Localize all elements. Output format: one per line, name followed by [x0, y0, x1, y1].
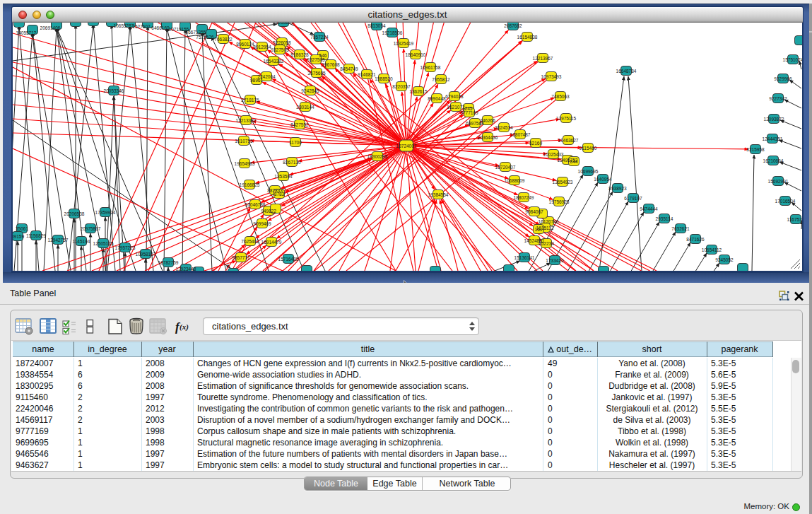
svg-text:12093872: 12093872 — [764, 117, 784, 122]
svg-text:62160: 62160 — [529, 141, 542, 146]
svg-text:8783: 8783 — [274, 192, 285, 197]
svg-text:252234: 252234 — [539, 241, 554, 246]
svg-text:15720407: 15720407 — [495, 165, 516, 170]
svg-text:(x): (x) — [180, 322, 189, 332]
svg-text:15716485: 15716485 — [278, 257, 299, 262]
svg-text:2967608: 2967608 — [322, 62, 340, 67]
svg-text:16543382: 16543382 — [264, 59, 284, 64]
svg-text:19384554: 19384554 — [428, 192, 449, 197]
svg-text:2803144: 2803144 — [296, 105, 314, 110]
svg-text:10463627: 10463627 — [558, 138, 579, 143]
svg-text:19218506: 19218506 — [382, 30, 403, 35]
svg-text:6794028: 6794028 — [445, 94, 464, 99]
svg-text:8215958: 8215958 — [746, 147, 765, 152]
svg-text:10688609: 10688609 — [505, 178, 525, 183]
svg-text:12444151: 12444151 — [763, 136, 783, 141]
svg-text:10807487: 10807487 — [510, 132, 531, 137]
svg-text:15751074: 15751074 — [783, 57, 802, 62]
svg-text:10699695: 10699695 — [578, 169, 599, 174]
svg-text:15136141: 15136141 — [514, 255, 535, 260]
svg-text:7515526: 7515526 — [196, 35, 214, 40]
svg-text:35061: 35061 — [16, 226, 28, 231]
svg-text:8220357: 8220357 — [392, 84, 411, 89]
svg-text:10025433: 10025433 — [543, 152, 564, 157]
svg-text:18300295: 18300295 — [367, 154, 388, 159]
svg-text:5226058: 5226058 — [273, 40, 291, 45]
svg-text:16210664: 16210664 — [763, 158, 784, 163]
svg-text:2718176: 2718176 — [241, 98, 259, 103]
svg-text:20206538: 20206538 — [64, 211, 85, 216]
svg-text:9146821: 9146821 — [358, 72, 376, 77]
svg-text:3624534: 3624534 — [495, 125, 513, 130]
svg-text:17957223: 17957223 — [115, 245, 136, 250]
svg-text:9242845: 9242845 — [301, 88, 319, 93]
svg-text:12213382: 12213382 — [236, 118, 257, 123]
svg-text:8454749: 8454749 — [340, 66, 358, 71]
svg-text:10973493: 10973493 — [541, 74, 562, 79]
svg-text:16033809: 16033809 — [273, 23, 294, 25]
svg-text:7857224: 7857224 — [310, 35, 329, 40]
svg-text:1621072: 1621072 — [447, 105, 465, 110]
svg-text:9227342: 9227342 — [769, 96, 787, 101]
svg-text:8427552: 8427552 — [290, 122, 309, 127]
svg-text:18724007: 18724007 — [396, 144, 417, 148]
svg-text:161: 161 — [535, 227, 543, 232]
svg-text:16154838: 16154838 — [517, 35, 538, 40]
svg-text:3675685: 3675685 — [307, 71, 326, 76]
svg-text:6897568: 6897568 — [466, 121, 484, 126]
svg-text:12213967: 12213967 — [533, 56, 553, 61]
svg-text:1733426: 1733426 — [546, 258, 564, 263]
svg-text:844: 844 — [570, 159, 578, 164]
svg-text:9327505: 9327505 — [307, 57, 325, 62]
svg-text:16914479: 16914479 — [261, 240, 282, 245]
svg-text:39159: 39159 — [13, 234, 24, 239]
svg-text:8267130: 8267130 — [283, 160, 301, 165]
svg-text:18807249: 18807249 — [514, 195, 534, 200]
svg-text:1527602: 1527602 — [132, 24, 151, 29]
svg-text:9329966: 9329966 — [774, 76, 792, 81]
svg-text:1588520: 1588520 — [375, 76, 393, 81]
svg-text:1640954: 1640954 — [594, 177, 612, 182]
svg-text:8938923: 8938923 — [608, 186, 627, 191]
svg-text:18640910: 18640910 — [406, 52, 426, 57]
svg-text:10654112: 10654112 — [702, 247, 722, 252]
svg-text:20053346: 20053346 — [104, 88, 124, 93]
svg-text:12942757: 12942757 — [48, 238, 69, 243]
svg-text:1010755: 1010755 — [235, 139, 253, 144]
svg-text:13654923: 13654923 — [553, 180, 573, 185]
svg-text:1362615: 1362615 — [409, 89, 428, 94]
svg-text:16648784: 16648784 — [616, 69, 637, 74]
svg-text:20364436: 20364436 — [478, 135, 498, 140]
svg-text:17359924: 17359924 — [95, 210, 116, 215]
svg-text:8990448: 8990448 — [428, 96, 446, 101]
svg-text:16782759: 16782759 — [158, 260, 179, 265]
svg-text:949822: 949822 — [261, 209, 276, 214]
svg-text:1167533: 1167533 — [787, 217, 802, 222]
svg-text:7632621: 7632621 — [671, 226, 690, 231]
svg-text:19756928: 19756928 — [549, 199, 570, 204]
svg-text:14055712: 14055712 — [16, 30, 37, 35]
svg-text:20975867: 20975867 — [81, 226, 101, 231]
svg-text:9099469: 9099469 — [253, 221, 271, 226]
svg-text:19166825: 19166825 — [240, 182, 260, 187]
svg-text:9474444: 9474444 — [640, 206, 658, 211]
svg-text:9084067: 9084067 — [525, 209, 543, 214]
svg-text:11156829: 11156829 — [26, 233, 46, 238]
svg-text:10653287: 10653287 — [114, 23, 134, 28]
svg-text:12975115: 12975115 — [556, 116, 577, 121]
svg-text:98961: 98961 — [250, 78, 263, 83]
svg-text:6466160: 6466160 — [151, 25, 170, 30]
svg-text:9115460: 9115460 — [579, 146, 597, 151]
svg-text:12923448: 12923448 — [176, 267, 196, 271]
svg-text:1353594: 1353594 — [274, 174, 293, 179]
svg-text:9857771: 9857771 — [232, 255, 250, 260]
svg-text:9777169: 9777169 — [460, 110, 478, 115]
svg-text:16671355: 16671355 — [186, 30, 206, 35]
svg-text:9245052: 9245052 — [715, 257, 734, 262]
svg-text:8960124: 8960124 — [236, 42, 254, 47]
svg-text:6179197: 6179197 — [624, 196, 642, 201]
svg-text:8471626: 8471626 — [686, 237, 705, 242]
svg-text:7663822: 7663822 — [214, 37, 233, 42]
svg-text:10958167: 10958167 — [136, 252, 156, 257]
svg-text:7485063: 7485063 — [551, 94, 570, 99]
